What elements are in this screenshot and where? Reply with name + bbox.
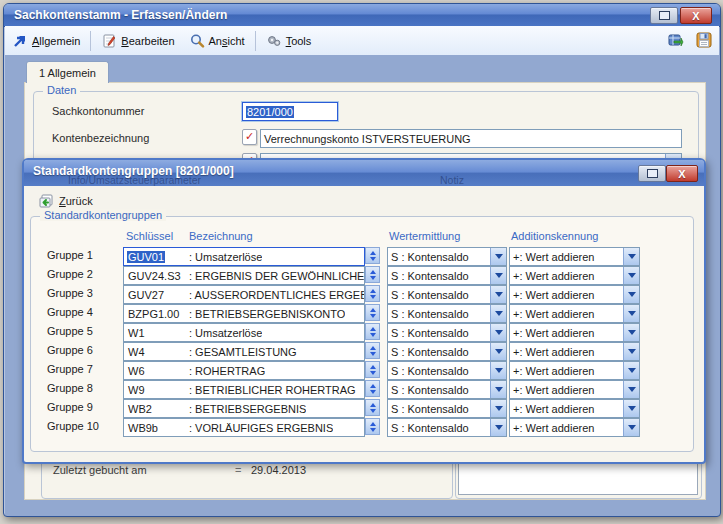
dropdown-button[interactable] xyxy=(623,248,639,265)
additionskennung-select[interactable]: +: Wert addieren xyxy=(509,304,640,323)
background-right-group-label: Notiz xyxy=(440,174,464,186)
dropdown-button[interactable] xyxy=(490,362,506,379)
additionskennung-select[interactable]: +: Wert addieren xyxy=(509,342,640,361)
schluessel-spinner[interactable] xyxy=(365,247,380,264)
schluessel-spinner[interactable] xyxy=(365,266,380,283)
menu-item-tools[interactable]: Tools xyxy=(259,30,319,52)
dialog-restore-button[interactable] xyxy=(638,165,666,182)
dropdown-button[interactable] xyxy=(623,324,639,341)
chevron-down-icon xyxy=(495,368,503,377)
menu-item-bearbeiten[interactable]: Bearbeiten xyxy=(94,30,181,52)
chevron-down-icon xyxy=(628,254,636,263)
schluessel-bezeichnung-input[interactable]: W4: GESAMTLEISTUNG xyxy=(123,342,365,361)
additionskennung-select[interactable]: +: Wert addieren xyxy=(509,399,640,418)
main-restore-button[interactable] xyxy=(650,7,678,24)
schluessel-value: GUV27 xyxy=(124,289,189,301)
group-row: Gruppe 7W6: ROHERTRAGS : Kontensaldo+: W… xyxy=(31,361,693,378)
dropdown-button[interactable] xyxy=(490,286,506,303)
schluessel-spinner[interactable] xyxy=(365,323,380,340)
schluessel-value: W1 xyxy=(124,327,189,339)
main-close-button[interactable]: X xyxy=(680,7,712,24)
schluessel-value: WB9b xyxy=(124,422,189,434)
wertermittlung-select-value: S : Kontensaldo xyxy=(391,365,490,377)
dialog-close-button[interactable]: X xyxy=(666,165,698,182)
schluessel-bezeichnung-input[interactable]: WB2: BETRIEBSERGEBNIS xyxy=(123,399,365,418)
kontenbezeichnung-input[interactable]: Verrechnungskonto ISTVERSTEUERUNG xyxy=(260,129,682,148)
dropdown-button[interactable] xyxy=(490,381,506,398)
dropdown-button[interactable] xyxy=(490,305,506,322)
schluessel-bezeichnung-input[interactable]: GUV24.S3: ERGEBNIS DER GEWÖHNLICHEN GES xyxy=(123,266,365,285)
schluessel-bezeichnung-input[interactable]: WB9b: VORLÄUFIGES ERGEBNIS xyxy=(123,418,365,437)
wertermittlung-select[interactable]: S : Kontensaldo xyxy=(387,304,507,323)
main-window-title: Sachkontenstamm - Erfassen/Ändern xyxy=(14,8,227,22)
additionskennung-select[interactable]: +: Wert addieren xyxy=(509,247,640,266)
dropdown-button[interactable] xyxy=(623,419,639,436)
main-titlebar[interactable]: Sachkontenstamm - Erfassen/Ändern X xyxy=(4,4,720,27)
dropdown-button[interactable] xyxy=(490,324,506,341)
wertermittlung-select[interactable]: S : Kontensaldo xyxy=(387,342,507,361)
schluessel-bezeichnung-input[interactable]: BZPG1.00: BETRIEBSERGEBNISKONTO xyxy=(123,304,365,323)
wertermittlung-select[interactable]: S : Kontensaldo xyxy=(387,285,507,304)
additionskennung-select[interactable]: +: Wert addieren xyxy=(509,285,640,304)
schluessel-text: W6 xyxy=(127,365,146,377)
sachkontonummer-label: Sachkontonummer xyxy=(52,105,144,117)
save-floppy-icon[interactable] xyxy=(695,31,711,47)
bezeichnung-value: : AUSSERORDENTLICHES ERGEBNIS xyxy=(189,289,364,301)
additionskennung-select[interactable]: +: Wert addieren xyxy=(509,380,640,399)
chevron-down-icon xyxy=(628,368,636,377)
dropdown-button[interactable] xyxy=(490,419,506,436)
dropdown-button[interactable] xyxy=(490,267,506,284)
spinner-down-icon xyxy=(370,295,376,302)
dropdown-button[interactable] xyxy=(623,400,639,417)
schluessel-bezeichnung-input[interactable]: GUV01: Umsatzerlöse xyxy=(123,247,365,266)
dropdown-button[interactable] xyxy=(490,343,506,360)
schluessel-bezeichnung-input[interactable]: GUV27: AUSSERORDENTLICHES ERGEBNIS xyxy=(123,285,365,304)
dropdown-button[interactable] xyxy=(623,343,639,360)
schluessel-spinner[interactable] xyxy=(365,380,380,397)
schluessel-bezeichnung-input[interactable]: W6: ROHERTRAG xyxy=(123,361,365,380)
wertermittlung-select[interactable]: S : Kontensaldo xyxy=(387,399,507,418)
dropdown-button[interactable] xyxy=(490,248,506,265)
additionskennung-select[interactable]: +: Wert addieren xyxy=(509,361,640,380)
spinner-up-icon xyxy=(370,362,376,369)
export-package-icon[interactable] xyxy=(667,31,683,47)
schluessel-spinner[interactable] xyxy=(365,285,380,302)
dropdown-button[interactable] xyxy=(490,400,506,417)
schluessel-bezeichnung-input[interactable]: W9: BETRIEBLICHER ROHERTRAG xyxy=(123,380,365,399)
wertermittlung-select[interactable]: S : Kontensaldo xyxy=(387,361,507,380)
menu-item-ansicht[interactable]: Ansicht xyxy=(182,30,252,52)
schluessel-text: WB2 xyxy=(127,403,153,415)
schluessel-spinner[interactable] xyxy=(365,304,380,321)
wertermittlung-select[interactable]: S : Kontensaldo xyxy=(387,266,507,285)
additionskennung-select-value: +: Wert addieren xyxy=(513,365,623,377)
dropdown-button[interactable] xyxy=(623,305,639,322)
tab-allgemein[interactable]: 1 Allgemein xyxy=(26,61,109,83)
wertermittlung-select[interactable]: S : Kontensaldo xyxy=(387,247,507,266)
dialog-titlebar[interactable]: Standardkontengruppen [8201/000] Info/Um… xyxy=(24,160,704,187)
schluessel-spinner[interactable] xyxy=(365,361,380,378)
menu-item-allgemein[interactable]: Allgemein xyxy=(5,30,87,52)
schluessel-bezeichnung-input[interactable]: W1: Umsatzerlöse xyxy=(123,323,365,342)
additionskennung-select[interactable]: +: Wert addieren xyxy=(509,418,640,437)
wertermittlung-select[interactable]: S : Kontensaldo xyxy=(387,380,507,399)
additionskennung-select[interactable]: +: Wert addieren xyxy=(509,266,640,285)
additionskennung-select-value: +: Wert addieren xyxy=(513,251,623,263)
additionskennung-select[interactable]: +: Wert addieren xyxy=(509,323,640,342)
red-check-icon[interactable]: ✓ xyxy=(242,129,257,145)
group-row-label: Gruppe 10 xyxy=(47,420,99,432)
wertermittlung-select[interactable]: S : Kontensaldo xyxy=(387,323,507,342)
schluessel-spinner[interactable] xyxy=(365,418,380,435)
wertermittlung-select[interactable]: S : Kontensaldo xyxy=(387,418,507,437)
dropdown-button[interactable] xyxy=(623,362,639,379)
schluessel-spinner[interactable] xyxy=(365,342,380,359)
spinner-down-icon xyxy=(370,428,376,435)
chevron-down-icon xyxy=(495,292,503,301)
zurueck-button[interactable]: Zurück xyxy=(32,191,99,211)
dropdown-button[interactable] xyxy=(623,267,639,284)
sachkontonummer-input[interactable]: 8201/000 xyxy=(242,102,338,121)
wertermittlung-select-value: S : Kontensaldo xyxy=(391,403,490,415)
dropdown-button[interactable] xyxy=(623,286,639,303)
dropdown-button[interactable] xyxy=(623,381,639,398)
daten-group-label: Daten xyxy=(43,84,80,96)
schluessel-spinner[interactable] xyxy=(365,399,380,416)
